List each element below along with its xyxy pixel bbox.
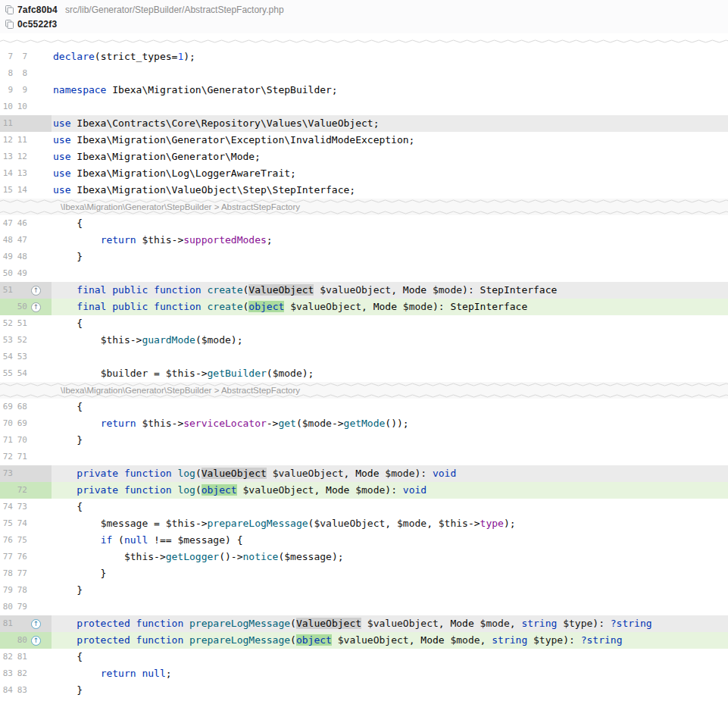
- collapsed-region-separator[interactable]: \Ibexa\Migration\Generator\StepBuilder >…: [0, 382, 728, 399]
- code-line[interactable]: private function log(ValueObject $valueO…: [52, 465, 728, 482]
- code-token: [53, 668, 101, 679]
- code-line[interactable]: return $this->supportedModes;: [52, 232, 728, 249]
- code-line[interactable]: return $this->serviceLocator->get($mode-…: [52, 415, 728, 432]
- code-token: ->: [468, 518, 480, 529]
- code-line[interactable]: $builder = $this->getBuilder($mode);: [52, 365, 728, 382]
- code-line[interactable]: $this->getLogger()->notice($message);: [52, 549, 728, 565]
- code-line[interactable]: use Ibexa\Contracts\Core\Repository\Valu…: [52, 115, 728, 132]
- code-token: Ibexa\Contracts\Core\Repository\Values\V…: [70, 117, 379, 129]
- line-number-new: 51: [14, 315, 27, 332]
- code-token: getLogger: [166, 551, 219, 562]
- collapsed-region-separator[interactable]: \Ibexa\Migration\Generator\StepBuilder >…: [0, 199, 728, 215]
- line-number-old: 83: [0, 665, 13, 682]
- copy-hash-icon[interactable]: [4, 20, 14, 29]
- line-gutter: 8382: [0, 665, 52, 682]
- code-line[interactable]: final public function create(ValueObject…: [52, 282, 728, 299]
- line-number-new: 68: [14, 399, 27, 415]
- code-line[interactable]: use Ibexa\Migration\Generator\Exception\…: [52, 132, 728, 149]
- line-gutter: 1312: [0, 149, 52, 165]
- diff-line: 7069 return $this->serviceLocator->get($…: [0, 415, 728, 432]
- line-gutter: 1413: [0, 165, 52, 182]
- code-token: [53, 234, 101, 246]
- code-token: serviceLocator: [183, 418, 267, 429]
- code-line[interactable]: declare(strict_types=1);: [52, 49, 728, 65]
- line-gutter: 80↑: [0, 632, 52, 649]
- code-line[interactable]: $this->guardMode($mode);: [52, 332, 728, 349]
- line-number-new: 78: [14, 582, 27, 599]
- code-line[interactable]: use Ibexa\Migration\Log\LoggerAwareTrait…: [52, 165, 728, 182]
- diff-line: 7675 if (null !== $message) {: [0, 532, 728, 549]
- code-token: $mode: [273, 368, 302, 379]
- code-token: ):: [462, 284, 480, 296]
- code-line[interactable]: [52, 349, 728, 365]
- code-line[interactable]: }: [52, 565, 728, 582]
- diff-line: 1413use Ibexa\Migration\Log\LoggerAwareT…: [0, 165, 728, 182]
- line-number-old: 72: [0, 449, 13, 465]
- code-line[interactable]: private function log(object $valueObject…: [52, 482, 728, 499]
- code-line[interactable]: [52, 449, 728, 465]
- diff-line: 73 private function log(ValueObject $val…: [0, 465, 728, 482]
- code-line[interactable]: {: [52, 499, 728, 515]
- code-token: $valueObject: [243, 484, 314, 496]
- line-number-new: 14: [14, 182, 27, 199]
- line-gutter: 7978: [0, 582, 52, 599]
- code-line[interactable]: {: [52, 215, 728, 232]
- diff-viewer: 7afc80b4 src/lib/Generator/StepBuilder/A…: [0, 0, 728, 699]
- code-token: $valueObject: [320, 284, 391, 296]
- diff-line: 80↑ protected function prepareLogMessage…: [0, 632, 728, 649]
- copy-hash-icon[interactable]: [4, 5, 14, 14]
- code-token: (: [267, 368, 273, 379]
- code-token: (: [296, 418, 302, 429]
- code-line[interactable]: }: [52, 682, 728, 699]
- line-number-old: 49: [0, 249, 13, 265]
- code-token: function: [154, 284, 202, 296]
- code-line[interactable]: }: [52, 249, 728, 265]
- code-line[interactable]: return null;: [52, 665, 728, 682]
- code-line[interactable]: }: [52, 432, 728, 449]
- code-token: $this: [142, 234, 171, 246]
- code-token: notice: [242, 551, 278, 562]
- implement-method-icon[interactable]: ↑: [31, 636, 41, 646]
- code-token: [267, 468, 273, 479]
- code-token: Mode: [326, 484, 349, 496]
- code-line[interactable]: [52, 599, 728, 615]
- code-token: $this: [166, 518, 195, 529]
- override-method-icon[interactable]: ↑: [31, 286, 41, 296]
- code-token: $mode: [355, 484, 385, 496]
- code-line[interactable]: use Ibexa\Migration\Generator\Mode;: [52, 149, 728, 165]
- code-line[interactable]: {: [52, 399, 728, 415]
- code-token: protected: [77, 618, 130, 629]
- code-line[interactable]: protected function prepareLogMessage(Val…: [52, 615, 728, 632]
- code-token: [332, 634, 338, 646]
- line-number-old: 52: [0, 315, 13, 332]
- code-token: $mode: [450, 634, 480, 646]
- line-number-old: 47: [0, 215, 13, 232]
- code-token: [53, 418, 101, 429]
- line-gutter: 1010: [0, 99, 52, 115]
- code-line[interactable]: final public function create(object $val…: [52, 299, 728, 315]
- code-line[interactable]: protected function prepareLogMessage(obj…: [52, 632, 728, 649]
- code-token: $message: [101, 518, 148, 529]
- code-token: [237, 484, 243, 496]
- code-token: use: [53, 184, 70, 196]
- code-token: ->: [154, 551, 166, 562]
- code-line[interactable]: }: [52, 582, 728, 599]
- override-method-icon[interactable]: ↑: [31, 302, 41, 312]
- code-token: }: [53, 684, 83, 696]
- code-token: log: [177, 468, 195, 479]
- code-token: ,: [510, 618, 522, 629]
- code-token: !==: [148, 534, 177, 546]
- code-line[interactable]: {: [52, 315, 728, 332]
- implement-method-icon[interactable]: ↑: [31, 619, 41, 629]
- code-line[interactable]: use Ibexa\Migration\ValueObject\Step\Ste…: [52, 182, 728, 199]
- code-line[interactable]: [52, 99, 728, 115]
- code-token: Ibexa\Migration\ValueObject\Step\StepInt…: [70, 184, 355, 196]
- code-token: Mode: [355, 468, 379, 479]
- code-line[interactable]: $message = $this->prepareLogMessage($val…: [52, 515, 728, 532]
- code-line[interactable]: if (null !== $message) {: [52, 532, 728, 549]
- code-line[interactable]: namespace Ibexa\Migration\Generator\Step…: [52, 82, 728, 99]
- code-line[interactable]: {: [52, 649, 728, 665]
- code-line[interactable]: [52, 265, 728, 282]
- code-token: [53, 334, 101, 346]
- code-line[interactable]: [52, 65, 728, 82]
